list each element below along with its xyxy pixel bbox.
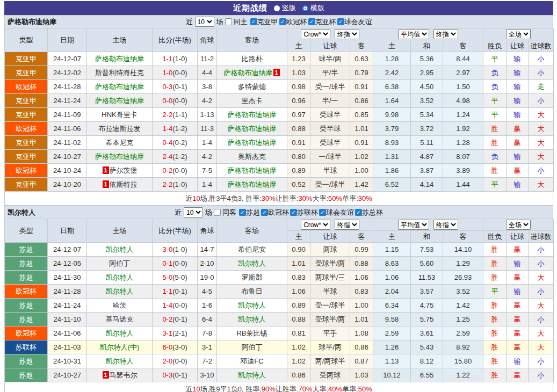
away-team: 凯尔特人 [217, 368, 287, 382]
odds-stage-select[interactable]: 终指 [335, 29, 359, 39]
match-row: 欧冠杯24-11-28凯尔特人1-1(0-1)4-5布鲁日1.06半球0.832… [5, 285, 554, 299]
team-name-text: 多特蒙德 [238, 83, 266, 91]
avg-draw: 4.50 [411, 80, 443, 94]
score: 2-4(1-2) [153, 150, 198, 164]
team-section-header-1: 萨格勒布迪纳摩 近 10 场 同主 克亚甲欧冠杯克亚杯球会友谊 [4, 15, 553, 28]
summary-stat-value: 30% [262, 194, 276, 202]
horizontal-layout-label[interactable]: 横版 [310, 3, 324, 13]
match-date: 24-11-28 [48, 285, 87, 299]
league-label: 克亚甲 [257, 17, 278, 27]
halftime-score: (0-0) [172, 357, 187, 365]
vertical-layout-label[interactable]: 竖版 [282, 3, 296, 13]
same-venue-label: 同主 [234, 17, 248, 27]
scope-select[interactable]: 全场 [506, 220, 531, 230]
match-date: 24-10-27 [48, 368, 87, 382]
filter-near-label: 近 [175, 208, 182, 217]
fulltime-score: 3-0 [162, 245, 172, 253]
league-checkbox[interactable] [239, 209, 246, 216]
odds-away: 0.63 [350, 52, 373, 66]
odds-stage-select[interactable]: 终指 [335, 220, 359, 230]
red-card-badge: 1 [103, 166, 109, 174]
league-checkbox[interactable] [337, 18, 344, 25]
league-checkbox[interactable] [279, 18, 286, 25]
odds-handicap: 受球半/两 [310, 257, 350, 271]
average-select[interactable]: 平均值 [398, 220, 429, 230]
league-badge: 苏联杯 [5, 340, 48, 354]
same-venue-checkbox[interactable] [214, 209, 221, 216]
scope-select[interactable]: 全场 [506, 29, 531, 39]
match-row: 苏超24-10-31凯尔特人2-0(0-0)7-2邓迪FC1.02两/两球半0.… [5, 354, 554, 368]
col-odds-away: 客 [350, 40, 373, 52]
league-badge: 苏超 [5, 313, 48, 326]
league-checkbox[interactable] [319, 209, 326, 216]
red-card-badge: 1 [103, 371, 109, 379]
score: 1-0(0-0) [153, 66, 198, 80]
league-checkbox[interactable] [250, 18, 257, 25]
result-goals: 小 [529, 94, 554, 108]
league-checkbox[interactable] [308, 18, 315, 25]
corners: 7-8 [198, 326, 217, 340]
odds-home: 0.90 [287, 243, 310, 257]
match-date: 24-10-20 [48, 178, 87, 192]
odds-away: 1.02 [350, 150, 373, 164]
league-checkbox[interactable] [261, 209, 268, 216]
league-label: 苏超 [246, 208, 260, 217]
league-badge: 克亚甲 [5, 150, 48, 164]
avg-home: 1.06 [373, 271, 411, 285]
odds-handicap: 球半/两 [310, 52, 350, 66]
odds-handicap: 受一/球半 [310, 299, 350, 313]
vertical-layout-radio[interactable] [274, 5, 280, 11]
league-badge: 欧冠杯 [5, 326, 48, 340]
average-select[interactable]: 平均值 [398, 29, 429, 39]
team-name-text: 希伯尼安 [238, 245, 266, 253]
league-label: 欧冠杯 [268, 208, 289, 217]
team-name-text: 凯尔特人 [106, 245, 134, 253]
match-date: 24-11-28 [48, 80, 87, 94]
odds-home: 0.88 [287, 313, 310, 326]
corners: 4-5 [198, 285, 217, 299]
away-team: 阿伯丁 [217, 340, 287, 354]
match-count-select[interactable]: 10 [184, 207, 203, 217]
halftime-score: (0-0) [172, 97, 187, 105]
avg-draw: 5.34 [411, 108, 443, 122]
match-date: 24-12-07 [48, 52, 87, 66]
odds-away: 0.85 [350, 108, 373, 122]
avg-away: 15.80 [443, 354, 483, 368]
league-checkbox[interactable] [355, 209, 362, 216]
league-badge: 苏超 [5, 299, 48, 313]
same-venue-label: 同客 [222, 208, 236, 217]
avg-away: 1.25 [443, 313, 483, 326]
match-row: 欧冠杯24-11-28萨格勒布迪纳摩0-3(0-1)3-8多特蒙德0.98受一/… [5, 80, 554, 94]
fulltime-score: 1-0 [162, 69, 172, 77]
team-name-text: 凯尔特人 [238, 371, 266, 379]
col-odds-home: 主 [287, 231, 310, 243]
match-count-select[interactable]: 10 [195, 17, 214, 27]
odds-handicap: 半/一 [310, 94, 350, 108]
result-handicap: 赢 [507, 313, 529, 326]
match-row: 克亚甲24-12-02斯普利特海杜克1-0(0-0)4-4萨格勒布迪纳摩11.0… [5, 66, 554, 80]
average-stage-select[interactable]: 终指 [433, 220, 458, 230]
bookmaker-select[interactable]: Crow* [301, 220, 330, 230]
result-outcome: 胜 [483, 354, 507, 368]
league-filters: 克亚甲欧冠杯克亚杯球会友谊 [249, 17, 372, 27]
score: 1-1(1-0) [153, 52, 198, 66]
horizontal-layout-radio[interactable] [302, 5, 308, 11]
bookmaker-select[interactable]: Crow* [301, 29, 330, 39]
result-outcome: 胜 [483, 340, 507, 354]
result-outcome: 平 [483, 94, 507, 108]
corners: 4-2 [198, 150, 217, 164]
result-handicap: 赢 [507, 164, 529, 178]
away-team: 里杰卡 [217, 94, 287, 108]
col-avg-away: 客 [443, 231, 483, 243]
odds-home: 0.97 [287, 108, 310, 122]
odds-home: 0.89 [287, 299, 310, 313]
league-badge: 欧冠杯 [5, 285, 48, 299]
team-name-text: 凯尔特人 [238, 259, 266, 267]
avg-draw: 5.11 [411, 136, 443, 150]
filter-unit-label: 场 [216, 17, 223, 27]
team-name-text: 希本尼克 [106, 139, 134, 147]
league-checkbox[interactable] [290, 209, 297, 216]
average-stage-select[interactable]: 终指 [433, 29, 458, 39]
same-venue-checkbox[interactable] [225, 18, 232, 25]
col-odds-home: 主 [287, 40, 310, 52]
